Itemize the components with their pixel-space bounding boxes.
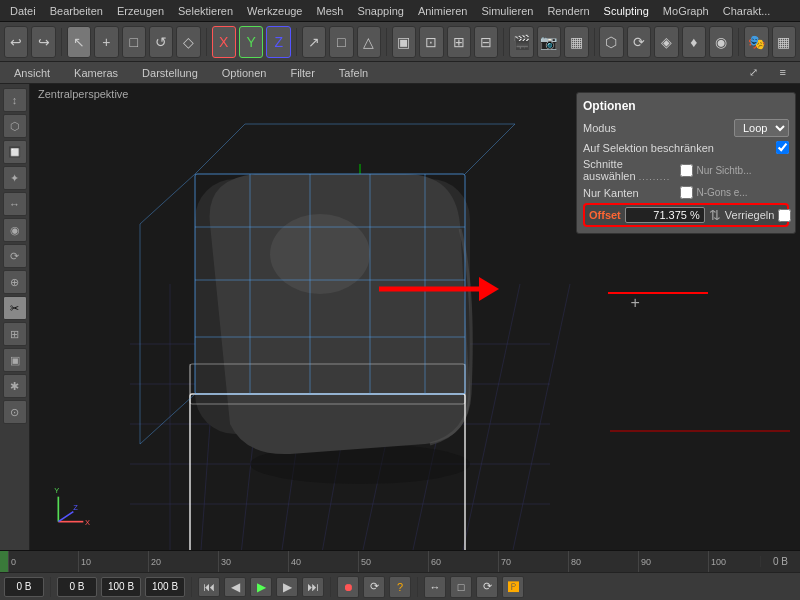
left-icon-5[interactable]: ◉	[3, 218, 27, 242]
lock-button[interactable]: ↗	[302, 26, 326, 58]
media-btn3[interactable]: ▦	[564, 26, 588, 58]
svg-line-31	[140, 174, 195, 224]
transport-sep-3	[330, 577, 331, 597]
transport-field-end[interactable]: 100 B	[101, 577, 141, 597]
menu-mesh[interactable]: Mesh	[310, 3, 349, 19]
x-axis-button[interactable]: X	[212, 26, 236, 58]
viewport-toolbar: Ansicht Kameras Darstellung Optionen Fil…	[0, 62, 800, 84]
render-btn2[interactable]: ⊡	[419, 26, 443, 58]
vp-menu-btn[interactable]: ≡	[772, 64, 794, 81]
sphere-btn[interactable]: ⬡	[599, 26, 623, 58]
timeline-ruler[interactable]: 0 10 20 30 40 50 60 70 80 90 100	[8, 551, 760, 572]
media-btn2[interactable]: 📷	[537, 26, 561, 58]
cube-button[interactable]: □	[122, 26, 146, 58]
schnitte-checkbox[interactable]	[680, 164, 693, 177]
media-btn1[interactable]: 🎬	[509, 26, 533, 58]
timeline: 0 10 20 30 40 50 60 70 80 90 100 0 B	[0, 550, 800, 572]
transport-field-start[interactable]: 0 B	[57, 577, 97, 597]
left-icon-4[interactable]: ↔	[3, 192, 27, 216]
vp-expand-btn[interactable]: ⤢	[741, 64, 766, 81]
left-icon-9[interactable]: ⊞	[3, 322, 27, 346]
undo-button[interactable]: ↩	[4, 26, 28, 58]
circle-btn[interactable]: ◉	[709, 26, 733, 58]
offset-input[interactable]	[625, 207, 705, 223]
menu-selektieren[interactable]: Selektieren	[172, 3, 239, 19]
vp-tab-ansicht[interactable]: Ansicht	[6, 65, 58, 81]
vp-tab-darstellung[interactable]: Darstellung	[134, 65, 206, 81]
transport-field-max[interactable]: 100 B	[145, 577, 185, 597]
timeline-tick-90: 90	[638, 551, 651, 572]
menu-snapping[interactable]: Snapping	[351, 3, 410, 19]
svg-line-8	[510, 284, 570, 550]
mask-btn[interactable]: 🎭	[744, 26, 768, 58]
select-button[interactable]: ↖	[67, 26, 91, 58]
goto-end-button[interactable]: ⏭	[302, 577, 324, 597]
menu-animieren[interactable]: Animieren	[412, 3, 474, 19]
viewport-3d[interactable]: Zentralperspektive + X Y Z	[30, 84, 800, 550]
vp-tab-optionen[interactable]: Optionen	[214, 65, 275, 81]
left-icon-3[interactable]: ✦	[3, 166, 27, 190]
left-icon-1[interactable]: ⬡	[3, 114, 27, 138]
offset-label: Offset	[589, 209, 621, 221]
menu-werkzeuge[interactable]: Werkzeuge	[241, 3, 308, 19]
snap-scale-button[interactable]: ⟳	[476, 576, 498, 598]
modus-dropdown[interactable]: Loop	[734, 119, 789, 137]
y-axis-button[interactable]: Y	[239, 26, 263, 58]
verriegeln-label: Verriegeln	[725, 209, 775, 221]
record-button[interactable]: ⏺	[337, 576, 359, 598]
render-btn1[interactable]: ▣	[392, 26, 416, 58]
snap-rotate-button[interactable]: □	[450, 576, 472, 598]
z-axis-button[interactable]: Z	[266, 26, 290, 58]
shape-button[interactable]: ◇	[176, 26, 200, 58]
vp-tab-filter[interactable]: Filter	[282, 65, 322, 81]
snap-move-button[interactable]: ↔	[424, 576, 446, 598]
menu-bearbeiten[interactable]: Bearbeiten	[44, 3, 109, 19]
render-btn4[interactable]: ⊟	[474, 26, 498, 58]
left-icon-2[interactable]: 🔲	[3, 140, 27, 164]
left-icon-12[interactable]: ⊙	[3, 400, 27, 424]
menu-mograph[interactable]: MoGraph	[657, 3, 715, 19]
step-back-button[interactable]: ◀	[224, 577, 246, 597]
timeline-start-marker	[0, 551, 8, 572]
menu-datei[interactable]: Datei	[4, 3, 42, 19]
transport-sep-4	[417, 577, 418, 597]
vp-tab-kameras[interactable]: Kameras	[66, 65, 126, 81]
timeline-tick-0: 0	[8, 551, 16, 572]
auf-selektion-checkbox[interactable]	[776, 141, 789, 154]
rotate-button[interactable]: ↺	[149, 26, 173, 58]
render-btn3[interactable]: ⊞	[447, 26, 471, 58]
grid-btn[interactable]: ▦	[772, 26, 796, 58]
gem-btn[interactable]: ◈	[654, 26, 678, 58]
offset-spinner[interactable]: ⇅	[709, 207, 721, 223]
triangle-button[interactable]: △	[357, 26, 381, 58]
step-forward-button[interactable]: ▶	[276, 577, 298, 597]
modus-row: Modus Loop	[583, 119, 789, 137]
timeline-tick-60: 60	[428, 551, 441, 572]
left-icon-10[interactable]: ▣	[3, 348, 27, 372]
play-button[interactable]: ▶	[250, 577, 272, 597]
redo-button[interactable]: ↪	[31, 26, 55, 58]
vp-tab-tafeln[interactable]: Tafeln	[331, 65, 376, 81]
sync-btn[interactable]: ⟳	[627, 26, 651, 58]
verriegeln-checkbox[interactable]	[778, 209, 791, 222]
left-icon-0[interactable]: ↕	[3, 88, 27, 112]
left-icon-11[interactable]: ✱	[3, 374, 27, 398]
menu-sculpting[interactable]: Sculpting	[598, 3, 655, 19]
add-button[interactable]: +	[94, 26, 118, 58]
menu-simulieren[interactable]: Simulieren	[475, 3, 539, 19]
menu-erzeugen[interactable]: Erzeugen	[111, 3, 170, 19]
diamond-btn[interactable]: ♦	[682, 26, 706, 58]
left-icon-8[interactable]: ✂	[3, 296, 27, 320]
frame-button[interactable]: □	[329, 26, 353, 58]
left-icon-7[interactable]: ⊕	[3, 270, 27, 294]
menu-rendern[interactable]: Rendern	[541, 3, 595, 19]
transport-field-current[interactable]: 0 B	[4, 577, 44, 597]
auto-key-button[interactable]: ⟳	[363, 576, 385, 598]
menu-charakt[interactable]: Charakt...	[717, 3, 777, 19]
lock-button-transport[interactable]: 🅿	[502, 576, 524, 598]
timeline-tick-100: 100	[708, 551, 726, 572]
help-button[interactable]: ?	[389, 576, 411, 598]
left-icon-6[interactable]: ⟳	[3, 244, 27, 268]
nur-kanten-checkbox[interactable]	[680, 186, 693, 199]
goto-start-button[interactable]: ⏮	[198, 577, 220, 597]
